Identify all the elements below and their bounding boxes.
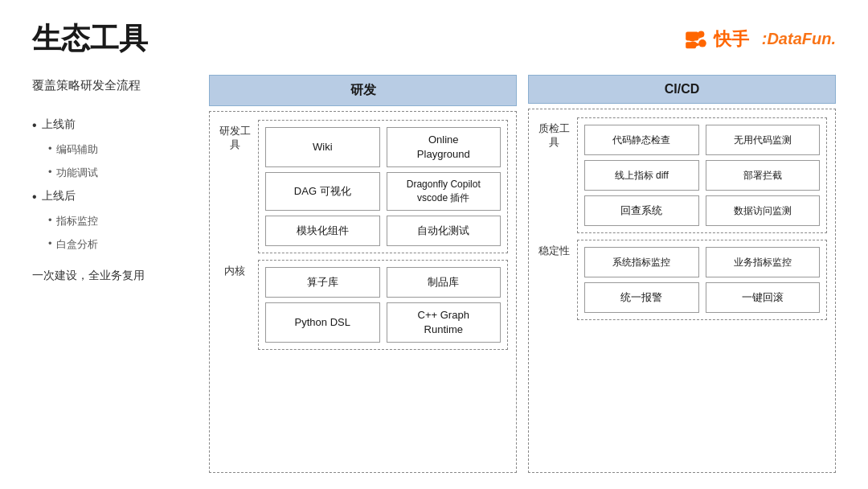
data-access-tool: 数据访问监测 <box>706 195 821 226</box>
dev-tools-row-1: Wiki OnlinePlayground <box>265 127 501 167</box>
post-launch-item: 上线后 <box>32 189 193 204</box>
stability-row-1: 系统指标监控 业务指标监控 <box>584 247 820 277</box>
left-panel: 覆盖策略研发全流程 上线前 编码辅助 功能调试 上线后 指标监控 白盒分析 一次… <box>32 75 193 473</box>
module-tool: 模块化组件 <box>265 216 380 246</box>
dev-section-body: 研发工具 Wiki OnlinePlayground DAG 可视化 Drago… <box>209 111 517 473</box>
page-container: 生态工具 快手 :DataFun. <box>0 0 868 489</box>
datafun-logo: :DataFun. <box>762 30 836 48</box>
core-label: 内核 <box>218 260 252 278</box>
dev-tools-row-3: 模块化组件 自动化测试 <box>265 216 501 246</box>
deploy-block-tool: 部署拦截 <box>706 160 821 191</box>
logos: 快手 :DataFun. <box>683 27 836 52</box>
dag-tool: DAG 可视化 <box>265 172 380 211</box>
dev-section: 研发 研发工具 Wiki OnlinePlayground DAG 可视化 <box>209 75 517 473</box>
dev-tools-label: 研发工具 <box>218 120 252 152</box>
cpp-runtime-tool: C++ GraphRuntime <box>387 302 502 343</box>
stability-row-2: 统一报警 一键回滚 <box>584 282 820 313</box>
dev-tools-row-2: DAG 可视化 Dragonfly Copilotvscode 插件 <box>265 172 501 211</box>
core-box: 算子库 制品库 Python DSL C++ GraphRuntime <box>258 260 508 350</box>
metric-monitor-item: 指标监控 <box>48 214 193 228</box>
quality-row-1: 代码静态检查 无用代码监测 <box>584 125 820 155</box>
dragonfly-tool: Dragonfly Copilotvscode 插件 <box>387 172 502 211</box>
kuaishou-icon <box>683 27 709 52</box>
core-row-1: 算子库 制品库 <box>265 267 501 298</box>
sys-metric-tool: 系统指标监控 <box>584 247 699 277</box>
cicd-section: CI/CD 质检工具 代码静态检查 无用代码监测 线上指标 diff <box>528 75 836 473</box>
core-row-2: Python DSL C++ GraphRuntime <box>265 302 501 343</box>
pre-launch-item: 上线前 <box>32 117 193 133</box>
main-content: 覆盖策略研发全流程 上线前 编码辅助 功能调试 上线后 指标监控 白盒分析 一次… <box>32 75 836 473</box>
online-playground-tool: OnlinePlayground <box>387 127 502 167</box>
core-row: 内核 算子库 制品库 Python DSL C++ GraphRuntime <box>218 260 508 350</box>
unified-alarm-tool: 统一报警 <box>584 282 699 313</box>
coding-assist-item: 编码辅助 <box>48 142 193 157</box>
online-diff-tool: 线上指标 diff <box>584 160 699 191</box>
kuaishou-logo: 快手 <box>683 27 749 52</box>
dead-code-tool: 无用代码监测 <box>706 125 821 155</box>
one-click-rollback-tool: 一键回滚 <box>706 282 821 313</box>
operator-lib-tool: 算子库 <box>265 267 380 298</box>
dev-tools-box: Wiki OnlinePlayground DAG 可视化 Dragonfly … <box>258 120 508 253</box>
stability-row: 稳定性 系统指标监控 业务指标监控 统一报警 一键回滚 <box>537 240 827 320</box>
whitebox-item: 白盒分析 <box>48 237 193 252</box>
func-debug-item: 功能调试 <box>48 166 193 180</box>
cicd-section-header: CI/CD <box>528 75 836 104</box>
header: 生态工具 快手 :DataFun. <box>32 19 836 59</box>
stability-box: 系统指标监控 业务指标监控 统一报警 一键回滚 <box>577 240 827 320</box>
cicd-section-body: 质检工具 代码静态检查 无用代码监测 线上指标 diff 部署拦截 <box>528 109 836 473</box>
wiki-tool: Wiki <box>265 127 380 167</box>
dev-section-header: 研发 <box>209 75 517 106</box>
review-system-tool: 回查系统 <box>584 195 699 226</box>
auto-test-tool: 自动化测试 <box>387 216 502 246</box>
stability-label: 稳定性 <box>537 240 571 258</box>
svg-rect-4 <box>686 31 698 40</box>
python-dsl-tool: Python DSL <box>265 302 380 343</box>
svg-rect-6 <box>686 42 696 48</box>
right-area: 研发 研发工具 Wiki OnlinePlayground DAG 可视化 <box>209 75 836 473</box>
page-title: 生态工具 <box>32 19 148 59</box>
quality-tools-box: 代码静态检查 无用代码监测 线上指标 diff 部署拦截 回查系统 数据访问监测 <box>577 117 827 233</box>
strategy-title: 覆盖策略研发全流程 <box>32 78 193 93</box>
quality-row-3: 回查系统 数据访问监测 <box>584 195 820 226</box>
biz-metric-tool: 业务指标监控 <box>706 247 821 277</box>
quality-row-2: 线上指标 diff 部署拦截 <box>584 160 820 191</box>
artifact-lib-tool: 制品库 <box>387 267 502 298</box>
dev-tools-row: 研发工具 Wiki OnlinePlayground DAG 可视化 Drago… <box>218 120 508 253</box>
svg-point-2 <box>698 39 706 47</box>
bottom-text: 一次建设，全业务复用 <box>32 269 193 283</box>
quality-tools-row: 质检工具 代码静态检查 无用代码监测 线上指标 diff 部署拦截 <box>537 117 827 233</box>
kuaishou-logo-text: 快手 <box>714 27 749 51</box>
quality-tools-label: 质检工具 <box>537 117 571 150</box>
static-check-tool: 代码静态检查 <box>584 125 699 155</box>
